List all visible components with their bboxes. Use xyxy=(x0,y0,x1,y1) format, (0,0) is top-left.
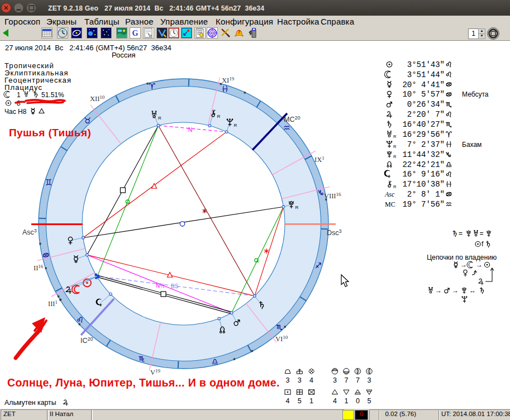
svg-text:0: 0 xyxy=(356,397,360,405)
svg-text:16°40'27": 16°40'27" xyxy=(402,120,445,129)
svg-text:51.51%: 51.51% xyxy=(41,91,64,99)
svg-text:→: → xyxy=(452,287,459,294)
svg-text:=: = xyxy=(480,230,484,237)
svg-text:VI10: VI10 xyxy=(275,335,288,343)
svg-text:=: = xyxy=(459,230,463,237)
svg-text:5: 5 xyxy=(367,397,371,405)
svg-text:Бахам: Бахам xyxy=(462,141,482,149)
svg-text:Час H8: Час H8 xyxy=(4,108,27,116)
svg-text:MC20: MC20 xyxy=(284,115,300,123)
svg-text:7: 7 xyxy=(344,376,348,384)
svg-text:R: R xyxy=(393,154,397,159)
svg-text:→: → xyxy=(435,287,442,294)
svg-text:4: 4 xyxy=(309,376,313,384)
svg-text:3°51'44": 3°51'44" xyxy=(407,70,445,79)
svg-text:II16: II16 xyxy=(34,264,44,272)
svg-text:R: R xyxy=(393,134,397,139)
svg-text:19° 7'56": 19° 7'56" xyxy=(402,200,445,209)
svg-text:22°42'21": 22°42'21" xyxy=(402,160,445,169)
svg-text:Альмутен карты: Альмутен карты xyxy=(4,399,56,407)
svg-text:Asc: Asc xyxy=(384,190,395,198)
svg-text:R: R xyxy=(393,144,397,149)
svg-text:4: 4 xyxy=(333,397,337,405)
svg-text:N½: N½ xyxy=(156,283,165,289)
svg-text:0°26'34": 0°26'34" xyxy=(407,100,445,109)
svg-text:7: 7 xyxy=(356,376,360,384)
svg-text:4: 4 xyxy=(286,397,290,405)
svg-text:3: 3 xyxy=(333,376,337,384)
svg-text:→: → xyxy=(476,261,483,269)
svg-text:XII10: XII10 xyxy=(90,94,105,103)
svg-text:3: 3 xyxy=(298,376,302,384)
svg-text:XI19: XI19 xyxy=(222,76,235,84)
svg-text:17°10'38": 17°10'38" xyxy=(402,180,445,189)
svg-text:IC20: IC20 xyxy=(80,336,93,345)
svg-text:Цепочки по владению: Цепочки по владению xyxy=(427,254,497,261)
svg-text:5: 5 xyxy=(298,397,302,405)
svg-text:2°20' 7": 2°20' 7" xyxy=(407,110,445,119)
svg-text:3°51'43": 3°51'43" xyxy=(407,60,445,69)
svg-text:3: 3 xyxy=(286,376,290,384)
svg-text:2° 8' 1": 2° 8' 1" xyxy=(407,190,445,199)
svg-text:R: R xyxy=(158,116,161,121)
svg-text:Солнце, Луна, Юпитер, Тишья...: Солнце, Луна, Юпитер, Тишья... И в одном… xyxy=(7,376,280,389)
svg-text:R: R xyxy=(393,184,397,189)
svg-text:3: 3 xyxy=(367,376,371,384)
svg-text:Плацидус: Плацидус xyxy=(4,83,42,92)
svg-text:Мебсута: Мебсута xyxy=(462,90,489,98)
svg-text:VIII16: VIII16 xyxy=(324,192,341,200)
svg-text:7° 2'37": 7° 2'37" xyxy=(407,140,445,149)
svg-text:R: R xyxy=(234,123,237,128)
svg-text:MC: MC xyxy=(385,201,395,208)
svg-text:BS: BS xyxy=(171,283,179,289)
svg-text:1: 1 xyxy=(309,397,313,405)
svg-text:R: R xyxy=(217,114,221,119)
svg-text:→: → xyxy=(460,261,467,269)
svg-text:16° 9'16": 16° 9'16" xyxy=(402,170,445,179)
svg-text:Asc3: Asc3 xyxy=(22,228,37,236)
svg-text:V19: V19 xyxy=(150,368,161,376)
svg-text:16°29'56": 16°29'56" xyxy=(402,130,445,139)
svg-text:Пушья (Тишья): Пушья (Тишья) xyxy=(9,127,91,139)
svg-text:1: 1 xyxy=(344,397,348,405)
svg-text:20° 4'41": 20° 4'41" xyxy=(402,80,445,89)
svg-text:N: N xyxy=(188,127,192,133)
svg-text:f: f xyxy=(482,240,484,248)
svg-text:10° 5'57": 10° 5'57" xyxy=(402,90,445,99)
svg-text:11°44'32": 11°44'32" xyxy=(402,150,445,159)
svg-text:1: 1 xyxy=(17,91,21,99)
svg-text:R: R xyxy=(295,205,299,210)
svg-text:↔: ↔ xyxy=(469,287,476,294)
svg-text:Dsc3: Dsc3 xyxy=(327,228,342,237)
svg-text:III1: III1 xyxy=(48,299,58,308)
svg-text:IX1: IX1 xyxy=(314,155,325,164)
